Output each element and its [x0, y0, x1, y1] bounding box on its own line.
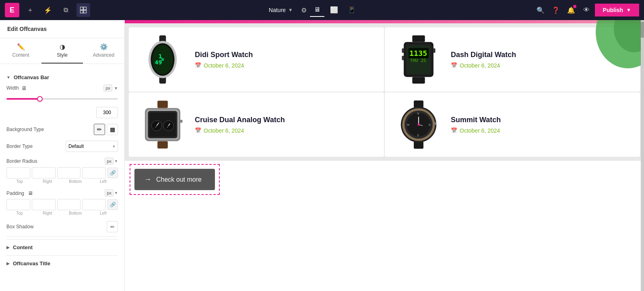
border-radius-link-button[interactable]: 🔗 [107, 168, 118, 178]
publish-chevron-icon: ▼ [626, 7, 631, 13]
border-radius-right-input[interactable] [32, 167, 56, 178]
svg-rect-23 [402, 56, 404, 60]
site-name[interactable]: Nature ▼ [264, 4, 298, 16]
border-type-select-wrapper: Default None Solid Double Dotted Dashed [66, 141, 118, 152]
publish-button[interactable]: Publish ▼ [595, 4, 639, 16]
background-type-field: Background Type ✏ ▩ [6, 124, 118, 135]
product-image-4: N S W E [394, 100, 443, 149]
product-title-3: Cruise Dual Analog Watch [195, 116, 285, 124]
box-shadow-edit-button[interactable]: ✏ [107, 221, 118, 232]
box-shadow-label: Box Shadow [6, 224, 107, 230]
svg-text:THU 25: THU 25 [410, 58, 426, 63]
background-type-buttons: ✏ ▩ [94, 124, 118, 135]
main-layout: Edit Offcanvas ✏️ Content ◑ Style ⚙️ Adv… [0, 20, 644, 291]
svg-text:1135: 1135 [409, 49, 427, 57]
width-unit-select[interactable]: px [103, 84, 112, 92]
product-card-1: 1 49 Didi Sport Watch 📅 October 6, 2024 [129, 27, 384, 92]
product-title-4: Summit Watch [451, 116, 501, 124]
topbar-center: Nature ▼ ⚙ 🖥 ⬜ 📱 [94, 4, 530, 17]
padding-unit[interactable]: px [105, 189, 114, 197]
widgets-button[interactable] [76, 3, 90, 17]
border-radius-left-input[interactable] [82, 167, 106, 178]
tablet-view-button[interactable]: ⬜ [326, 4, 342, 17]
svg-point-13 [161, 58, 164, 61]
tab-advanced[interactable]: ⚙️ Advanced [83, 38, 124, 64]
svg-text:S: S [417, 133, 419, 137]
search-button[interactable]: 🔍 [534, 3, 547, 17]
content-tab-label: Content [12, 52, 29, 58]
svg-rect-25 [157, 100, 168, 108]
product-image-3 [138, 100, 187, 149]
site-name-chevron: ▼ [288, 7, 293, 13]
border-radius-bottom-input[interactable] [57, 167, 81, 178]
panel-header: Edit Offcanvas [0, 20, 124, 38]
padding-top-label: Top [6, 211, 33, 215]
border-type-select[interactable]: Default None Solid Double Dotted Dashed [66, 141, 118, 152]
svg-text:W: W [407, 123, 409, 127]
svg-point-50 [417, 123, 420, 126]
width-device-icon: 🖥 [21, 85, 27, 91]
padding-left-input[interactable] [82, 199, 106, 210]
calendar-icon-2: 📅 [451, 62, 457, 68]
width-value-input[interactable]: 300 [96, 107, 118, 118]
product-info-4: Summit Watch 📅 October 6, 2024 [451, 116, 501, 134]
padding-bottom-input[interactable] [57, 199, 81, 210]
check-out-more-button[interactable]: → Check out more [134, 169, 215, 190]
offcanvas-bar-arrow-icon: ▼ [6, 75, 10, 80]
tab-content[interactable]: ✏️ Content [0, 38, 41, 64]
product-card-4: N S W E Summit Watch [385, 92, 640, 157]
svg-text:49: 49 [155, 59, 162, 66]
border-type-label: Border Type [6, 143, 66, 149]
svg-rect-37 [180, 120, 182, 123]
desktop-view-button[interactable]: 🖥 [310, 4, 324, 17]
layers-button[interactable]: ⧉ [59, 3, 72, 17]
settings-icon[interactable]: ⚙ [301, 6, 307, 14]
svg-text:E: E [429, 123, 431, 127]
product-date-1: 📅 October 6, 2024 [195, 62, 253, 69]
preview-button[interactable]: 👁 [580, 3, 593, 17]
content-section-label: Content [13, 244, 33, 250]
padding-unit-chevron: ▼ [114, 191, 118, 195]
product-title-2: Dash Digital Watch [451, 51, 516, 59]
calendar-icon-4: 📅 [451, 127, 457, 133]
tab-style[interactable]: ◑ Style [41, 38, 83, 64]
mobile-view-button[interactable]: 📱 [344, 4, 360, 17]
offcanvas-title-section-header[interactable]: ▶ Offcanvas Title [6, 260, 118, 266]
product-card-3: Cruise Dual Analog Watch 📅 October 6, 20… [129, 92, 384, 157]
panel-tabs: ✏️ Content ◑ Style ⚙️ Advanced [0, 38, 124, 64]
elementor-logo[interactable]: E [5, 3, 19, 17]
content-section-header[interactable]: ▶ Content [6, 244, 118, 250]
border-radius-field: Border Radius px ▼ 🔗 Top Right Bottom Le… [6, 158, 118, 184]
top-decoration [564, 20, 644, 72]
offcanvas-bar-section-header[interactable]: ▼ Offcanvas Bar [6, 70, 118, 84]
border-radius-top-input[interactable] [6, 167, 30, 178]
right-scrollbar[interactable] [641, 20, 644, 291]
product-info-2: Dash Digital Watch 📅 October 6, 2024 [451, 51, 516, 69]
product-title-1: Didi Sport Watch [195, 51, 253, 59]
canvas-area[interactable]: 1 49 Didi Sport Watch 📅 October 6, 2024 [125, 20, 644, 291]
scrollbar-thumb [641, 22, 644, 38]
offcanvas-bar-label: Offcanvas Bar [14, 74, 49, 80]
style-tab-icon: ◑ [60, 43, 65, 51]
padding-right-input[interactable] [32, 199, 56, 210]
padding-bottom-label: Bottom [62, 211, 89, 215]
padding-top-input[interactable] [6, 199, 30, 210]
panel-content: ▼ Offcanvas Bar Width 🖥 px ▼ [0, 64, 124, 291]
width-slider[interactable] [6, 95, 118, 103]
notifications-button[interactable]: 🔔 [564, 3, 578, 17]
theme-builder-button[interactable]: ⚡ [41, 3, 55, 17]
help-button[interactable]: ❓ [549, 3, 563, 17]
bg-gradient-button[interactable]: ▩ [107, 124, 118, 135]
border-radius-label: Border Radius [6, 158, 105, 164]
product-info-1: Didi Sport Watch 📅 October 6, 2024 [195, 51, 253, 69]
padding-link-button[interactable]: 🔗 [107, 199, 118, 210]
border-radius-bottom-label: Bottom [62, 179, 89, 184]
bg-pen-button[interactable]: ✏ [94, 124, 105, 135]
border-radius-unit[interactable]: px [105, 158, 114, 165]
product-image-1: 1 49 [138, 35, 187, 84]
product-date-3: 📅 October 6, 2024 [195, 127, 285, 134]
topbar-right: 🔍 ❓ 🔔 👁 Publish ▼ [534, 3, 639, 17]
add-element-button[interactable]: ＋ [23, 3, 37, 17]
padding-field: Padding 🖥 px ▼ 🔗 Top Right Bottom [6, 189, 118, 215]
content-section: ▶ Content [6, 239, 118, 255]
